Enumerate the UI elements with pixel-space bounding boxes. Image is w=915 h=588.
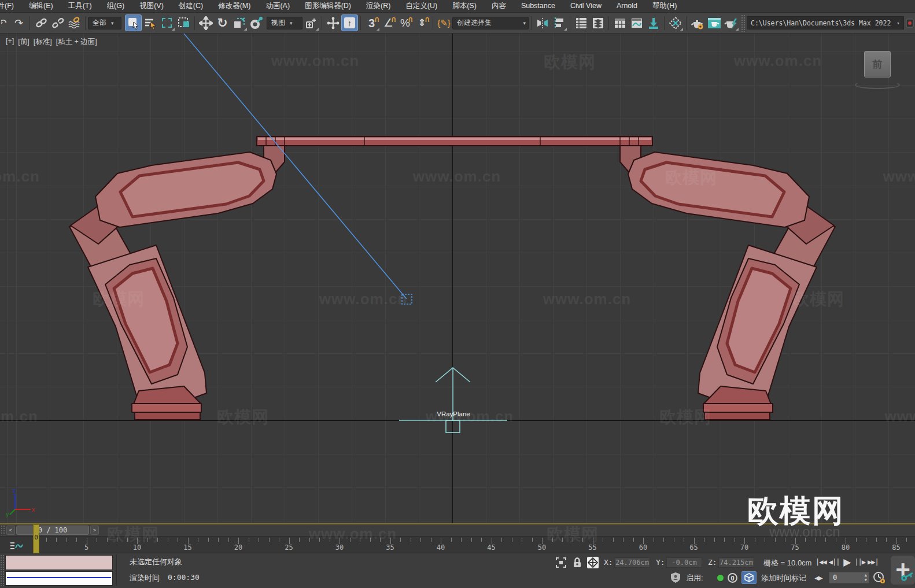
material-editor-icon[interactable] [667,14,684,31]
scene-explorer-toggle-icon[interactable] [573,14,589,31]
menu-item-3[interactable]: 组(G) [99,0,132,12]
vray-plane-gizmo[interactable] [399,368,507,432]
ruler-frame-label: 15 [183,543,191,552]
menu-item-0[interactable]: 文件(F) [0,0,21,12]
menu-item-4[interactable]: 视图(V) [132,0,171,12]
toolbar-drag-handle[interactable] [741,14,745,32]
ruler-frame-label: 35 [386,543,394,552]
schematic-view-icon[interactable] [645,14,662,31]
reference-coordinate-dropdown[interactable]: 视图▾ [267,17,302,29]
curve-editor-icon[interactable] [628,14,645,31]
axis-z-label: z [13,487,16,494]
z-coordinate-field[interactable]: 74.215cm [718,557,754,568]
menu-item-16[interactable]: 帮助(H) [645,0,684,12]
ruler-tick [522,538,522,542]
menu-item-12[interactable]: 内容 [484,0,514,12]
mini-curve-editor-button[interactable] [9,540,24,551]
select-and-place-icon[interactable] [248,14,264,31]
ruler-tick [147,538,148,542]
bind-to-spacewarp-icon[interactable] [66,14,83,31]
isolate-selection-icon[interactable] [554,556,568,569]
viewcube[interactable]: 前 [864,51,891,77]
mech-model[interactable] [69,136,835,420]
row-grip[interactable] [1,525,5,535]
render-setup-icon[interactable] [689,14,706,31]
workspace-icon-partial[interactable] [904,14,914,31]
timeslider-next-button[interactable]: > [90,526,99,535]
viewport-menu-renderer[interactable]: [标准] [34,37,52,47]
menu-item-6[interactable]: 修改器(M) [211,0,258,12]
add-time-tag-label[interactable]: 添加时间标记 [761,573,806,583]
goto-end-button[interactable]: ▶▶| [866,556,880,568]
menu-item-10[interactable]: 自定义(U) [398,0,445,12]
transform-typein-icon[interactable] [586,556,600,569]
ruler-tick [249,538,249,542]
viewport-menu-general[interactable]: [+] [6,37,14,47]
unlink-icon[interactable] [49,14,66,31]
layer-explorer-toggle-icon[interactable] [589,14,606,31]
timeslider-prev-button[interactable]: < [6,526,15,535]
rendered-frame-window-icon[interactable] [706,14,722,31]
keyboard-override-toggle[interactable]: ↑ [341,14,358,31]
play-button[interactable]: ▶ [840,556,853,568]
key-mode-toggle[interactable]: ◀▶ [812,571,825,584]
viewcube-ring[interactable] [855,81,900,89]
select-object-button[interactable] [125,14,142,31]
y-coordinate-field[interactable]: -0.0cm [666,557,702,568]
spinner-arrows[interactable]: ▲▼ [865,573,867,582]
viewport-front[interactable]: z x y [+] [前] [标准] [粘土 + 边面] 前 VRayPlane [0,34,915,523]
menu-item-2[interactable]: 工具(T) [61,0,99,12]
selection-filter-dropdown[interactable]: 全部▾ [88,17,121,29]
menu-item-11[interactable]: 脚本(S) [445,0,484,12]
goto-start-button[interactable]: |◀◀ [814,556,828,568]
time-configuration-icon[interactable] [872,571,886,584]
select-by-name-icon[interactable] [142,14,158,31]
angle-snap-toggle-icon[interactable]: ∠U [380,14,397,31]
rectangular-selection-region-icon[interactable] [158,14,175,31]
menu-item-13[interactable]: Substance [514,0,563,12]
menu-item-9[interactable]: 渲染(R) [359,0,398,12]
use-pivot-center-icon[interactable] [302,14,319,31]
menu-item-15[interactable]: Arnold [609,0,645,12]
named-selection-set-dropdown[interactable]: 创建选择集▾ [452,17,529,29]
timeline-playhead[interactable]: 0 [33,524,39,553]
select-and-rotate-icon[interactable]: ↻ [214,14,231,31]
security-count-badge[interactable]: 0 [728,573,737,583]
timeslider-handle[interactable]: 0 / 100 [16,526,89,535]
viewport-menu-pov[interactable]: [前] [18,37,29,47]
mirror-icon[interactable] [534,14,551,31]
maxscript-mini-listener-top[interactable] [5,555,113,570]
ribbon-toggle-icon[interactable] [611,14,628,31]
select-and-scale-icon[interactable] [231,14,248,31]
set-key-button[interactable]: + [891,556,915,585]
redo-icon[interactable]: ↷ [10,14,27,31]
edit-named-selection-sets-icon[interactable]: {✎} [436,14,452,31]
menu-item-14[interactable]: Civil View [563,0,609,12]
menu-item-5[interactable]: 创建(C) [171,0,211,12]
select-and-link-icon[interactable] [32,14,49,31]
time-tag-cube-button[interactable] [741,571,757,584]
render-production-icon[interactable] [722,14,739,31]
menu-item-1[interactable]: 编辑(E) [21,0,61,12]
snaps-toggle-3d-icon[interactable]: 3U [363,14,380,31]
menu-item-7[interactable]: 动画(A) [258,0,297,12]
menu-item-8[interactable]: 图形编辑器(D) [297,0,359,12]
select-and-move-icon[interactable] [197,14,214,31]
current-frame-field[interactable]: 0 ▲▼ [829,572,869,583]
percent-snap-toggle-icon[interactable]: %U [397,14,414,31]
spinner-snap-toggle-icon[interactable]: ⇕U [414,14,430,31]
window-crossing-icon[interactable] [175,14,192,31]
x-coordinate-field[interactable]: 24.706cm [614,557,650,568]
viewport-menu-shading[interactable]: [粘土 + 边面] [56,37,97,47]
undo-icon[interactable]: ↶ [1,14,10,31]
row-grip[interactable] [0,554,4,586]
project-folder-field[interactable]: C:\Users\Han\Documents\3ds Max 2022▾ [747,16,904,29]
previous-frame-button[interactable]: ◀|| [828,556,841,568]
selection-lock-icon[interactable] [570,556,584,569]
maxscript-mini-listener-bottom[interactable] [5,571,113,586]
scene-security-shield-icon[interactable] [669,571,682,584]
align-icon[interactable] [551,14,567,31]
next-frame-button[interactable]: ||▶ [853,556,866,568]
divider [116,554,117,586]
select-and-manipulate-icon[interactable] [324,14,341,31]
